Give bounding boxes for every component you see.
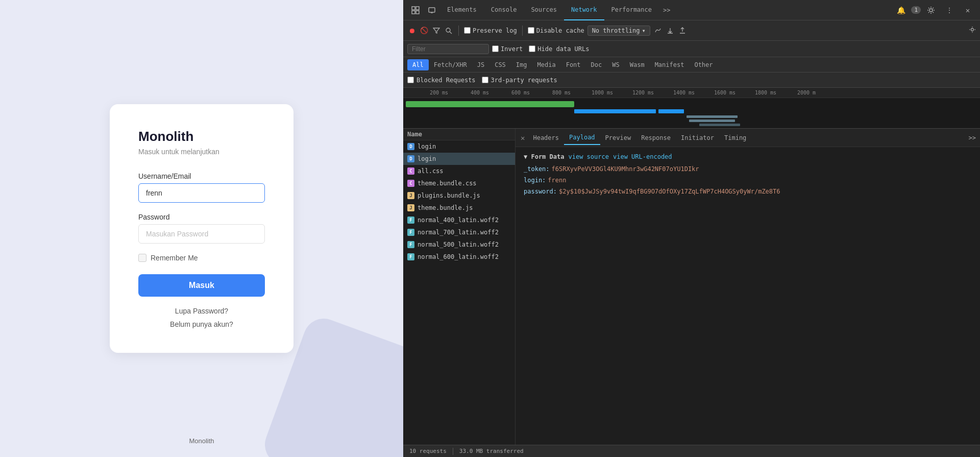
detail-tab-payload[interactable]: Payload — [564, 131, 600, 145]
form-data-token-row: _token: f6SRXyvPeVV3OGl4KU9Mhnr3wG42NF07… — [524, 165, 972, 173]
detail-tabs-header: ✕ Headers Payload Preview Response Initi… — [516, 129, 980, 147]
filter-tab-all[interactable]: All — [407, 59, 429, 70]
blocked-requests-bar: Blocked Requests 3rd-party requests — [403, 73, 980, 88]
clear-button[interactable]: 🚫 — [420, 26, 429, 35]
password-input[interactable] — [138, 224, 265, 244]
filter-tab-other[interactable]: Other — [689, 59, 718, 70]
font-icon-2: F — [407, 229, 414, 236]
file-item-font-400[interactable]: F normal_400_latin.woff2 — [403, 214, 515, 226]
hide-data-urls-checkbox[interactable]: Hide data URLs — [529, 45, 589, 53]
timeline-gray-bar-2 — [689, 119, 735, 122]
preserve-log-checkbox[interactable]: Preserve log — [464, 27, 517, 34]
filter-type-tabs: All Fetch/XHR JS CSS Img Media Font Doc … — [403, 57, 980, 73]
login-key: login: — [524, 177, 546, 184]
blocked-requests-checkbox[interactable]: Blocked Requests — [407, 77, 476, 84]
font-icon-3: F — [407, 241, 414, 248]
file-item-theme-js[interactable]: J theme.bundle.js — [403, 202, 515, 214]
form-data-password-row: password: $2y$10$JwJSy9v94twI9qfBG9O7dOf… — [524, 188, 972, 195]
filter-tab-ws[interactable]: WS — [607, 59, 624, 70]
record-button[interactable]: ⏺ — [407, 26, 416, 35]
username-label: Username/Email — [138, 172, 265, 180]
tabs-more-button[interactable]: >> — [659, 7, 674, 14]
filter-tab-media[interactable]: Media — [532, 59, 561, 70]
filter-tab-fetch-xhr[interactable]: Fetch/XHR — [429, 59, 472, 70]
file-item-theme-css[interactable]: C theme.bundle.css — [403, 177, 515, 189]
search-network-icon[interactable] — [444, 26, 453, 35]
svg-point-7 — [446, 28, 450, 32]
view-source-link[interactable]: view source — [568, 153, 608, 160]
filter-tab-img[interactable]: Img — [511, 59, 532, 70]
js-icon-2: J — [407, 204, 414, 211]
import-icon[interactable] — [666, 26, 675, 35]
tick-1000ms: 1000 ms — [592, 90, 613, 95]
tick-1600ms: 1600 ms — [714, 90, 736, 95]
no-account-link[interactable]: Belum punya akun? — [170, 320, 233, 328]
detail-tab-response[interactable]: Response — [636, 131, 676, 145]
filter-tab-wasm[interactable]: Wasm — [625, 59, 650, 70]
detail-tabs-more-button[interactable]: >> — [967, 134, 978, 141]
tab-performance[interactable]: Performance — [604, 0, 659, 20]
tab-console[interactable]: Console — [484, 0, 524, 20]
detail-tab-headers[interactable]: Headers — [528, 131, 564, 145]
timeline-blue-bar-2 — [658, 109, 684, 113]
file-item-font-700[interactable]: F normal_700_latin.woff2 — [403, 226, 515, 238]
filter-input[interactable] — [407, 44, 489, 54]
close-devtools-icon[interactable]: ✕ — [960, 2, 976, 18]
file-item-font-500[interactable]: F normal_500_latin.woff2 — [403, 238, 515, 251]
tab-elements[interactable]: Elements — [440, 0, 484, 20]
svg-point-6 — [929, 9, 933, 12]
form-data-title: ▼ Form Data — [524, 153, 564, 160]
notification-badge: 1 — [911, 6, 921, 14]
preserve-log-input[interactable] — [464, 27, 471, 34]
detail-tab-preview[interactable]: Preview — [600, 131, 636, 145]
tab-sources[interactable]: Sources — [524, 0, 564, 20]
forgot-password-link[interactable]: Lupa Password? — [175, 307, 228, 315]
view-url-encoded-link[interactable]: view URL-encoded — [613, 153, 672, 160]
inspect-icon[interactable] — [407, 2, 424, 18]
filter-tab-css[interactable]: CSS — [489, 59, 511, 70]
file-item-login-1[interactable]: D login — [403, 140, 515, 153]
export-icon[interactable] — [678, 26, 687, 35]
third-party-input[interactable] — [482, 77, 488, 83]
third-party-checkbox[interactable]: 3rd-party requests — [482, 77, 557, 84]
more-options-icon[interactable]: ⋮ — [941, 2, 958, 18]
svg-point-9 — [971, 29, 974, 31]
login-links: Lupa Password? Belum punya akun? — [138, 307, 265, 328]
filter-icon[interactable] — [432, 26, 441, 35]
topbar-right: 🔔 1 ⋮ ✕ — [893, 2, 976, 18]
file-item-login-2[interactable]: D login — [403, 153, 515, 165]
login-value: frenn — [548, 177, 566, 184]
invert-input[interactable] — [492, 45, 499, 52]
disable-cache-checkbox[interactable]: Disable cache — [528, 27, 584, 34]
close-detail-button[interactable]: ✕ — [518, 134, 528, 142]
remember-checkbox[interactable] — [138, 254, 146, 262]
filter-tab-font[interactable]: Font — [561, 59, 586, 70]
notification-icon[interactable]: 🔔 — [893, 2, 909, 18]
tick-400ms: 400 ms — [471, 90, 489, 95]
password-value: $2y$10$JwJSy9v94twI9qfBG9O7dOfOXy17ZqLfW… — [559, 188, 780, 195]
tab-network[interactable]: Network — [564, 0, 604, 20]
device-icon[interactable] — [424, 2, 440, 18]
file-item-font-600[interactable]: F normal_600_latin.woff2 — [403, 251, 515, 263]
network-settings-icon[interactable] — [969, 26, 976, 35]
file-item-all-css[interactable]: C all.css — [403, 165, 515, 177]
file-item-plugins-js[interactable]: J plugins.bundle.js — [403, 189, 515, 202]
filter-tab-doc[interactable]: Doc — [586, 59, 607, 70]
status-divider — [453, 448, 453, 455]
network-conditions-icon[interactable] — [653, 26, 663, 35]
username-input[interactable] — [138, 183, 265, 203]
filter-tab-manifest[interactable]: Manifest — [650, 59, 690, 70]
hide-data-urls-input[interactable] — [529, 45, 535, 52]
disable-cache-input[interactable] — [528, 27, 534, 34]
invert-checkbox[interactable]: Invert — [492, 45, 523, 53]
throttling-selector[interactable]: No throttling ▾ — [587, 26, 650, 36]
detail-tab-timing[interactable]: Timing — [719, 131, 751, 145]
login-button[interactable]: Masuk — [138, 274, 265, 297]
filter-tab-js[interactable]: JS — [472, 59, 489, 70]
detail-tab-initiator[interactable]: Initiator — [676, 131, 719, 145]
network-detail-panel: ✕ Headers Payload Preview Response Initi… — [516, 129, 980, 445]
remember-label: Remember Me — [151, 254, 198, 262]
settings-icon[interactable] — [923, 2, 939, 18]
tick-800ms: 800 ms — [552, 90, 571, 95]
blocked-requests-input[interactable] — [407, 77, 414, 83]
